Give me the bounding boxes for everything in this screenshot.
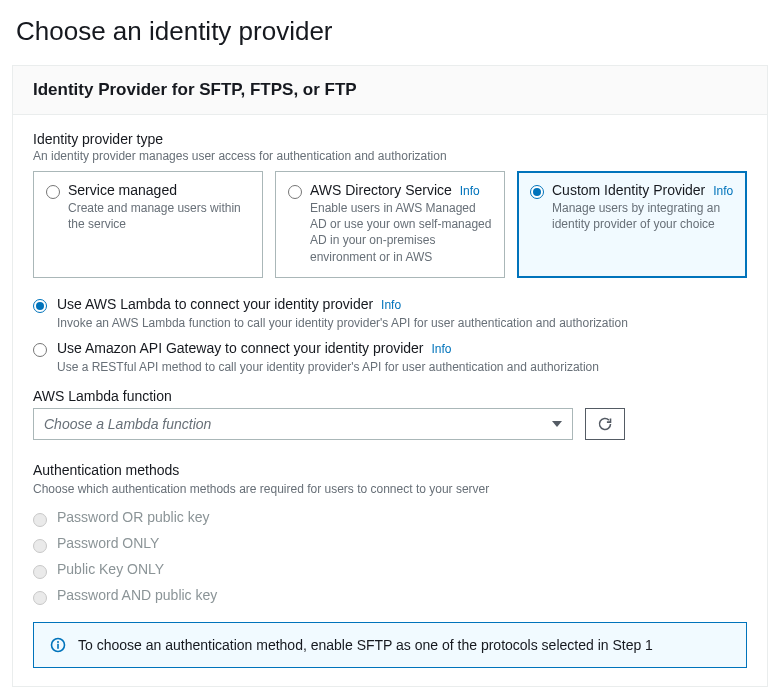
panel-title: Identity Provider for SFTP, FTPS, or FTP: [13, 66, 767, 115]
radio-icon: [33, 591, 47, 605]
auth-option-label: Password ONLY: [57, 535, 159, 551]
chevron-down-icon: [552, 421, 562, 427]
radio-icon: [33, 565, 47, 579]
radio-icon: [33, 539, 47, 553]
auth-desc: Choose which authentication methods are …: [33, 482, 747, 496]
lambda-function-select[interactable]: Choose a Lambda function: [33, 408, 573, 440]
svg-point-1: [57, 641, 59, 643]
tile-title: Service managed: [68, 182, 250, 198]
info-link[interactable]: Info: [381, 298, 401, 312]
auth-option-pw-or-key: Password OR public key: [33, 504, 747, 530]
info-link[interactable]: Info: [431, 342, 451, 356]
auth-option-label: Public Key ONLY: [57, 561, 164, 577]
idp-type-tiles: Service managed Create and manage users …: [33, 171, 747, 278]
info-link[interactable]: Info: [713, 184, 733, 198]
auth-option-pw-only: Password ONLY: [33, 530, 747, 556]
idp-panel: Identity Provider for SFTP, FTPS, or FTP…: [12, 65, 768, 687]
auth-option-pw-and-key: Password AND public key: [33, 582, 747, 608]
radio-icon: [33, 513, 47, 527]
lambda-field-label: AWS Lambda function: [33, 388, 747, 404]
info-link[interactable]: Info: [460, 184, 480, 198]
connector-apigw-option[interactable]: Use Amazon API Gateway to connect your i…: [33, 340, 747, 374]
refresh-icon: [597, 416, 613, 432]
auth-option-key-only: Public Key ONLY: [33, 556, 747, 582]
refresh-button[interactable]: [585, 408, 625, 440]
info-icon: [50, 637, 66, 653]
auth-options: Password OR public key Password ONLY Pub…: [33, 504, 747, 608]
svg-rect-2: [57, 644, 59, 649]
connector-apigw-desc: Use a RESTful API method to call your id…: [57, 360, 747, 374]
idp-type-desc: An identity provider manages user access…: [33, 149, 747, 163]
page-title: Choose an identity provider: [16, 16, 764, 47]
radio-icon: [288, 185, 302, 199]
connector-lambda-desc: Invoke an AWS Lambda function to call yo…: [57, 316, 747, 330]
tile-service-managed[interactable]: Service managed Create and manage users …: [33, 171, 263, 278]
auth-option-label: Password OR public key: [57, 509, 210, 525]
tile-custom-idp[interactable]: Custom Identity Provider Info Manage use…: [517, 171, 747, 278]
tile-desc: Manage users by integrating an identity …: [552, 200, 734, 232]
radio-icon: [33, 343, 47, 357]
tile-desc: Enable users in AWS Managed AD or use yo…: [310, 200, 492, 265]
auth-label: Authentication methods: [33, 462, 747, 478]
radio-icon: [46, 185, 60, 199]
radio-icon: [530, 185, 544, 199]
radio-icon: [33, 299, 47, 313]
idp-type-label: Identity provider type: [33, 131, 747, 147]
alert-text: To choose an authentication method, enab…: [78, 637, 653, 653]
select-placeholder: Choose a Lambda function: [44, 416, 211, 432]
connector-apigw-label: Use Amazon API Gateway to connect your i…: [57, 340, 424, 356]
sftp-required-alert: To choose an authentication method, enab…: [33, 622, 747, 668]
tile-directory-service[interactable]: AWS Directory Service Info Enable users …: [275, 171, 505, 278]
tile-title: Custom Identity Provider: [552, 182, 705, 198]
connector-lambda-label: Use AWS Lambda to connect your identity …: [57, 296, 373, 312]
tile-title: AWS Directory Service: [310, 182, 452, 198]
panel-body: Identity provider type An identity provi…: [13, 115, 767, 686]
tile-desc: Create and manage users within the servi…: [68, 200, 250, 232]
auth-option-label: Password AND public key: [57, 587, 217, 603]
connector-lambda-option[interactable]: Use AWS Lambda to connect your identity …: [33, 296, 747, 330]
